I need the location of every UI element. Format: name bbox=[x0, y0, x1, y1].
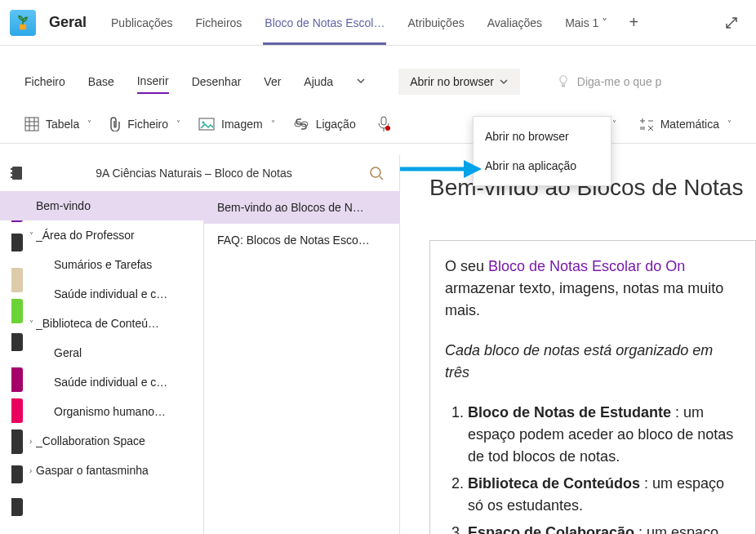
svg-rect-24 bbox=[11, 176, 12, 178]
tab-class-notebook[interactable]: Bloco de Notas Escol… bbox=[253, 0, 396, 45]
intro-rest: armazenar texto, imagens, notas ma muito… bbox=[445, 280, 723, 318]
chevron-down-icon: ˅ bbox=[29, 319, 38, 328]
math-icon bbox=[639, 117, 654, 131]
tab-assignments[interactable]: Atribuições bbox=[396, 0, 475, 45]
list-item-title: Bloco de Notas de Estudante bbox=[468, 404, 671, 421]
tab-grades[interactable]: Avaliações bbox=[476, 0, 554, 45]
tabs-more-button[interactable]: Mais 1 ˅ bbox=[554, 0, 619, 45]
insert-link-button[interactable]: Ligação bbox=[293, 118, 356, 131]
link-icon bbox=[293, 118, 309, 130]
add-tab-button[interactable]: + bbox=[619, 8, 648, 38]
arrow-annotation bbox=[400, 157, 482, 181]
list-item: Biblioteca de Conteúdos : um espaço só o… bbox=[468, 473, 740, 517]
section-item[interactable]: Saúde individual e c… bbox=[0, 279, 203, 309]
list-item-title: Biblioteca de Conteúdos bbox=[468, 475, 640, 492]
intro-paragraph: O seu Bloco de Notas Escolar do On armaz… bbox=[445, 256, 740, 322]
section-label: Gaspar o fantasminha bbox=[36, 464, 149, 477]
section-item[interactable]: Bem-vindo bbox=[0, 191, 203, 220]
svg-rect-0 bbox=[20, 24, 26, 29]
page-list: Bem-vindo ao Blocos de N…FAQ: Blocos de … bbox=[204, 191, 399, 534]
section-label: Sumários e Tarefas bbox=[54, 258, 152, 271]
dropdown-open-browser[interactable]: Abrir no browser bbox=[474, 122, 611, 151]
insert-table-button[interactable]: Tabela ˅ bbox=[24, 117, 91, 131]
section-label: _Collaboration Space bbox=[36, 434, 145, 447]
section-label: Saúde individual e c… bbox=[54, 287, 167, 300]
svg-point-11 bbox=[385, 126, 390, 131]
chevron-down-icon: ˅ bbox=[602, 16, 607, 29]
channel-tabs: Publicações Ficheiros Bloco de Notas Esc… bbox=[100, 0, 648, 45]
ribbon-tab-draw[interactable]: Desenhar bbox=[192, 70, 242, 93]
insert-audio-button[interactable] bbox=[377, 116, 390, 132]
insert-image-label: Imagem bbox=[221, 118, 263, 131]
intro-prefix: O seu bbox=[445, 258, 488, 274]
page-canvas[interactable]: Bem-vindo ao Blocos de Notas O seu Bloco… bbox=[400, 155, 756, 534]
plus-icon: + bbox=[629, 13, 639, 32]
list-item: Espaço de Colaboração : um espaço ond bbox=[468, 522, 740, 534]
chevron-right-icon: › bbox=[29, 466, 38, 475]
intro-link[interactable]: Bloco de Notas Escolar do On bbox=[488, 258, 685, 274]
ribbon-more-button[interactable] bbox=[356, 75, 366, 88]
expand-button[interactable] bbox=[717, 8, 746, 38]
svg-rect-10 bbox=[381, 117, 386, 125]
notebook-body: Bem-vindo˅_Área do ProfessorSumários e T… bbox=[0, 191, 399, 534]
section-item[interactable]: ˅_Biblioteca de Conteú… bbox=[0, 309, 203, 338]
insert-image-button[interactable]: Imagem ˅ bbox=[198, 118, 275, 131]
notebook-icon bbox=[10, 166, 24, 180]
tab-files[interactable]: Ficheiros bbox=[185, 0, 254, 45]
svg-rect-23 bbox=[11, 172, 12, 174]
team-avatar[interactable] bbox=[10, 10, 36, 36]
chevron-down-icon bbox=[356, 76, 366, 86]
section-item[interactable]: Organismo humano… bbox=[0, 397, 203, 426]
tab-posts[interactable]: Publicações bbox=[100, 0, 185, 45]
ribbon-tab-home[interactable]: Base bbox=[88, 70, 114, 93]
chevron-down-icon: ˅ bbox=[29, 231, 38, 240]
content-area: 9A Ciências Naturais – Bloco de Notas Be… bbox=[0, 155, 756, 534]
page-item[interactable]: FAQ: Blocos de Notas Esco… bbox=[204, 224, 399, 256]
paperclip-icon bbox=[109, 117, 121, 131]
section-item[interactable]: ˅_Área do Professor bbox=[0, 220, 203, 250]
chevron-down-icon[interactable]: ˅ bbox=[612, 119, 616, 128]
section-item[interactable]: Sumários e Tarefas bbox=[0, 250, 203, 279]
svg-marker-20 bbox=[464, 160, 482, 178]
section-item[interactable]: ›Gaspar o fantasminha bbox=[0, 456, 203, 485]
svg-line-26 bbox=[380, 176, 383, 180]
page-item[interactable]: Bem-vindo ao Blocos de N… bbox=[204, 191, 399, 224]
notebook-title[interactable]: 9A Ciências Naturais – Bloco de Notas bbox=[34, 167, 354, 180]
chevron-down-icon: ˅ bbox=[271, 119, 275, 128]
chevron-down-icon: ˅ bbox=[727, 119, 732, 128]
ribbon-tab-help[interactable]: Ajuda bbox=[304, 70, 333, 93]
section-label: Bem-vindo bbox=[36, 199, 91, 212]
ribbon-tab-file[interactable]: Ficheiro bbox=[24, 70, 65, 93]
ribbon-tab-view[interactable]: Ver bbox=[264, 70, 281, 93]
chevron-down-icon: ˅ bbox=[176, 119, 180, 128]
image-icon bbox=[198, 118, 215, 131]
notebook-header: 9A Ciências Naturais – Bloco de Notas bbox=[0, 155, 399, 191]
ribbon-tab-insert[interactable]: Inserir bbox=[137, 69, 169, 94]
table-icon bbox=[24, 117, 39, 131]
tell-me-search[interactable]: Diga-me o que p bbox=[556, 74, 662, 89]
dropdown-open-app[interactable]: Abrir na aplicação bbox=[474, 151, 611, 180]
plant-icon bbox=[15, 15, 31, 31]
section-item[interactable]: ›_Collaboration Space bbox=[0, 426, 203, 456]
insert-table-label: Tabela bbox=[46, 118, 79, 131]
insert-math-label: Matemática bbox=[660, 118, 719, 131]
microphone-icon bbox=[377, 116, 390, 132]
tabs-more-label: Mais 1 bbox=[565, 16, 598, 29]
svg-rect-22 bbox=[11, 168, 12, 170]
svg-rect-1 bbox=[25, 118, 38, 131]
search-button[interactable] bbox=[363, 160, 389, 186]
insert-toolbar: Tabela ˅ Ficheiro ˅ Imagem ˅ Ligação ˅ M… bbox=[0, 105, 756, 144]
feature-list: Bloco de Notas de Estudante : um espaço … bbox=[445, 402, 740, 534]
section-item[interactable]: Geral bbox=[0, 338, 203, 367]
insert-math-button[interactable]: Matemática ˅ bbox=[639, 117, 732, 131]
insert-file-label: Ficheiro bbox=[127, 118, 168, 131]
lightbulb-icon bbox=[556, 74, 571, 89]
section-item[interactable]: Saúde individual e c… bbox=[0, 367, 203, 397]
section-label: _Área do Professor bbox=[36, 229, 135, 242]
channel-title: Geral bbox=[49, 14, 87, 31]
teams-channel-header: Geral Publicações Ficheiros Bloco de Not… bbox=[0, 0, 756, 46]
chevron-down-icon bbox=[499, 77, 509, 87]
insert-file-button[interactable]: Ficheiro ˅ bbox=[109, 117, 180, 131]
open-in-browser-button[interactable]: Abrir no browser bbox=[398, 69, 520, 95]
chevron-right-icon: › bbox=[29, 437, 38, 446]
